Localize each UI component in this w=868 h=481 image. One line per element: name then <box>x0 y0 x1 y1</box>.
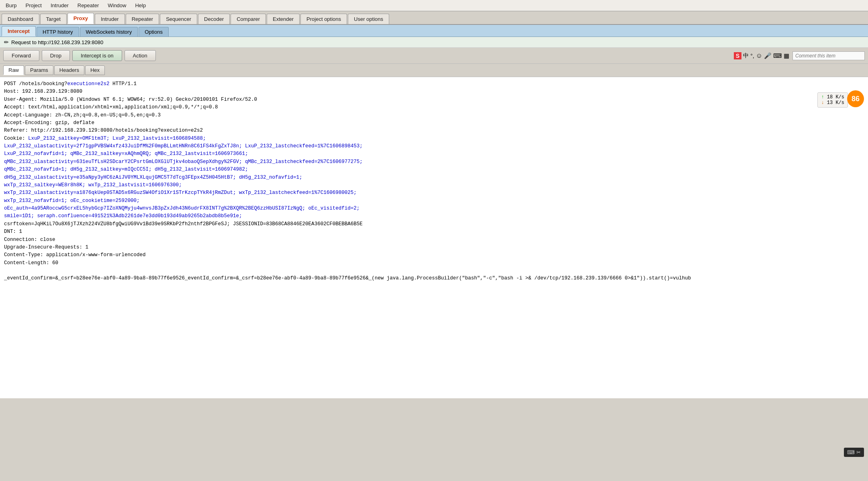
cookie-value-6: dH5g_2132_ulastactivity=e35aNpy3yHC6zAiJ… <box>4 175 302 180</box>
cookie-value-4: qMBc_2132_ulastactivity=631euTfLsH2SDcar… <box>4 159 363 165</box>
tab-repeater[interactable]: Repeater <box>126 14 159 24</box>
menu-repeater[interactable]: Repeater <box>74 1 103 10</box>
execution-param: execution=e2s2 <box>67 81 110 87</box>
main-tab-bar: Dashboard Target Proxy Intruder Repeater… <box>0 11 868 25</box>
menu-window[interactable]: Window <box>104 1 130 10</box>
tab-dashboard[interactable]: Dashboard <box>2 14 39 24</box>
cookie-value-11: smile=1D1; seraph.confluence=491521%3Adb… <box>4 213 242 219</box>
format-tab-bar: Raw Params Headers Hex <box>0 64 868 77</box>
format-tab-headers[interactable]: Headers <box>54 65 84 75</box>
request-info-bar: ✏ Request to http://192.168.239.129:8080 <box>0 37 868 48</box>
cookie-value-2: LxuP_2132_ulastactivity=2f71gpPVBSW4xfz4… <box>4 143 363 149</box>
forward-button[interactable]: Forward <box>3 50 39 61</box>
request-content-area[interactable]: POST /hotels/booking?execution=e2s2 HTTP… <box>0 77 868 398</box>
request-url: Request to http://192.168.239.129:8080 <box>11 39 103 45</box>
pencil-icon: ✏ <box>4 39 9 45</box>
speed-down: ↓ 13 K/s <box>821 100 844 106</box>
menu-project[interactable]: Project <box>21 1 45 10</box>
cookie-value-8: wxTp_2132_ulastactivity=a1876qkUep0STAD5… <box>4 190 357 196</box>
ime-keyboard-icon[interactable]: ⌨ <box>773 52 782 59</box>
action-button[interactable]: Action <box>125 50 156 61</box>
tab-extender[interactable]: Extender <box>267 14 300 24</box>
keyboard-shortcut-icon: ⌨ ✂ <box>844 448 864 457</box>
cookie-value-7: wxTp_2132_saltkey=WE8r8h8K; wxTp_2132_la… <box>4 182 182 188</box>
ime-mic-icon[interactable]: 🎤 <box>764 52 772 59</box>
menu-intruder[interactable]: Intruder <box>47 1 73 10</box>
format-tab-params[interactable]: Params <box>25 65 53 75</box>
sub-tab-options[interactable]: Options <box>139 27 169 37</box>
action-bar: Forward Drop Intercept is on Action S 中 … <box>0 48 868 64</box>
speed-badge: 86 <box>847 90 864 107</box>
tab-intruder[interactable]: Intruder <box>95 14 125 24</box>
tab-project-options[interactable]: Project options <box>300 14 347 24</box>
ime-grid-icon[interactable]: ▦ <box>784 52 789 59</box>
sub-tab-websockets-history[interactable]: WebSockets history <box>80 27 138 37</box>
request-line1: POST /hotels/booking?execution=e2s2 HTTP… <box>4 81 691 281</box>
intercept-toggle-button[interactable]: Intercept is on <box>72 50 122 61</box>
sub-tab-bar: Intercept HTTP history WebSockets histor… <box>0 25 868 37</box>
menubar: Burp Project Intruder Repeater Window He… <box>0 0 868 11</box>
action-bar-right: S 中 °, ☺ 🎤 ⌨ ▦ <box>734 51 865 60</box>
speed-up: ↑ 18 K/s <box>821 94 844 100</box>
tab-user-options[interactable]: User options <box>348 14 389 24</box>
speed-indicator: ↑ 18 K/s ↓ 13 K/s <box>817 92 848 108</box>
tab-decoder[interactable]: Decoder <box>198 14 230 24</box>
comment-input[interactable] <box>792 51 865 60</box>
tab-target[interactable]: Target <box>40 14 67 24</box>
format-tab-raw[interactable]: Raw <box>3 65 24 75</box>
cookie-value-1: LxuP_2132_saltkey=OMF1tm3T; LxuP_2132_la… <box>28 136 206 141</box>
tab-proxy[interactable]: Proxy <box>67 13 94 24</box>
tab-comparer[interactable]: Comparer <box>231 14 266 24</box>
drop-button[interactable]: Drop <box>42 50 70 61</box>
ime-zh-icon[interactable]: 中 <box>743 52 749 59</box>
ime-toolbar: S 中 °, ☺ 🎤 ⌨ ▦ <box>734 52 789 59</box>
format-tab-hex[interactable]: Hex <box>85 65 105 75</box>
tab-sequencer[interactable]: Sequencer <box>160 14 197 24</box>
ime-s-icon: S <box>734 52 741 59</box>
cookie-value-5: qMBc_2132_nofavfid=1; dH5g_2132_saltkey=… <box>4 167 248 172</box>
cookie-value-10: oEc_auth=4a95ARoccwG5crxEL5hybGcp7IZoXNQ… <box>4 206 359 211</box>
sub-tab-http-history[interactable]: HTTP history <box>37 27 79 37</box>
ime-punct-icon[interactable]: °, <box>750 53 754 59</box>
cookie-value-9: wxTp_2132_nofavfid=1; oEc_cookietime=259… <box>4 198 140 204</box>
sub-tab-intercept[interactable]: Intercept <box>2 26 36 37</box>
menu-help[interactable]: Help <box>131 1 150 10</box>
cookie-value-3: LxuP_2132_nofavfid=1; qMBc_2132_saltkey=… <box>4 151 248 157</box>
ime-face-icon[interactable]: ☺ <box>756 52 762 59</box>
menu-burp[interactable]: Burp <box>2 1 20 10</box>
